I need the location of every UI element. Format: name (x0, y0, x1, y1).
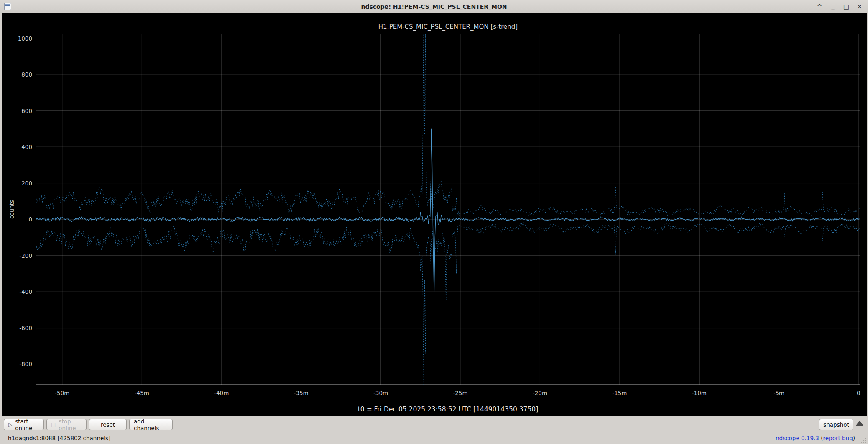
snapshot-label: snapshot (823, 421, 849, 428)
control-panel: ▷ start online □ stop online reset add c… (0, 416, 868, 432)
stop-online-button[interactable]: □ stop online (46, 419, 87, 430)
grid-lines (36, 34, 860, 385)
report-bug-link[interactable]: report bug (823, 435, 853, 441)
stop-icon: □ (51, 422, 56, 427)
paren-open: ( (819, 435, 823, 441)
y-tick-label: -800 (19, 361, 32, 367)
maximize-button[interactable]: □ (842, 2, 851, 11)
x-tick-label: -25m (453, 390, 467, 396)
x-tick-label: -35m (294, 390, 309, 396)
minimize-button[interactable]: _ (828, 2, 837, 11)
y-tick-label: -400 (19, 288, 32, 295)
y-tick-label: 1000 (18, 35, 32, 42)
y-tick-label: 0 (28, 216, 32, 223)
play-icon: ▷ (8, 422, 12, 427)
add-channels-label: add channels (134, 418, 168, 431)
server-status: h1daqnds1:8088 [425802 channels] (8, 432, 110, 444)
resize-grip[interactable] (860, 437, 866, 443)
plot-title: H1:PEM-CS_MIC_PSL_CENTER_MON [s-trend] (378, 23, 518, 31)
y-axis-label: counts (8, 200, 15, 219)
x-tick-label: -5m (773, 390, 784, 396)
reset-button[interactable]: reset (89, 419, 127, 430)
plot-widget: H1:PEM-CS_MIC_PSL_CENTER_MON [s-trend]10… (2, 13, 867, 416)
t0-label: t0 = Fri Dec 05 2025 23:58:52 UTC [14490… (358, 406, 538, 413)
version-link[interactable]: 0.19.3 (801, 435, 819, 441)
x-tick-label: -15m (612, 390, 627, 396)
y-tick-label: 800 (21, 71, 32, 78)
axes (36, 33, 860, 385)
traces (36, 20, 860, 393)
snapshot-button[interactable]: snapshot (819, 419, 853, 430)
y-tick-label: 600 (21, 108, 32, 114)
window-title: ndscope: H1:PEM-CS_MIC_PSL_CENTER_MON (0, 0, 868, 13)
trace-mean (36, 129, 860, 297)
paren-close: ) (853, 435, 855, 441)
plot-canvas[interactable]: H1:PEM-CS_MIC_PSL_CENTER_MON [s-trend]10… (2, 13, 867, 416)
close-button[interactable]: ✕ (855, 2, 864, 11)
collapse-panel-arrow-icon[interactable] (856, 421, 863, 426)
y-tick-label: 400 (21, 144, 32, 150)
x-tick-label: -10m (692, 390, 707, 396)
window-controls: ^ _ □ ✕ (815, 0, 864, 13)
reset-label: reset (101, 421, 115, 428)
ndscope-link[interactable]: ndscope (776, 435, 799, 441)
x-tick-label: -30m (373, 390, 388, 396)
y-tick-label: 200 (21, 180, 32, 187)
version-links: ndscope 0.19.3 (report bug) (776, 432, 855, 444)
title-bar[interactable]: ndscope: H1:PEM-CS_MIC_PSL_CENTER_MON ^ … (0, 0, 868, 13)
x-tick-label: -50m (55, 390, 69, 396)
start-online-button[interactable]: ▷ start online (4, 419, 44, 430)
x-tick-label: -40m (214, 390, 229, 396)
add-channels-button[interactable]: add channels (129, 419, 173, 430)
ndscope-window: ndscope: H1:PEM-CS_MIC_PSL_CENTER_MON ^ … (0, 0, 868, 444)
start-online-label: start online (15, 418, 39, 431)
trace-max (36, 20, 860, 216)
x-tick-label: -20m (533, 390, 547, 396)
x-tick-label: -45m (135, 390, 149, 396)
shade-button[interactable]: ^ (815, 2, 824, 11)
stop-online-label: stop online (59, 418, 82, 431)
status-bar: h1daqnds1:8088 [425802 channels] ndscope… (0, 432, 868, 444)
x-tick-label: 0 (857, 390, 860, 396)
y-tick-label: -600 (19, 325, 32, 331)
trace-min (36, 222, 860, 393)
y-tick-label: -200 (19, 252, 32, 259)
